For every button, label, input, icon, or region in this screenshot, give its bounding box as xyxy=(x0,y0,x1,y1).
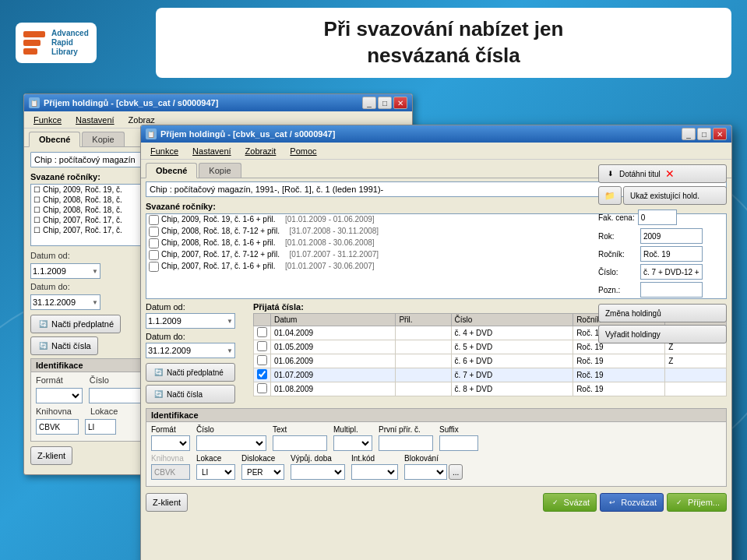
rok-input[interactable] xyxy=(640,228,703,244)
logo-stripe-3 xyxy=(23,48,37,55)
table-cislo-header: Číslo xyxy=(451,314,573,326)
row1-check[interactable] xyxy=(257,327,267,337)
window2-intkod-select[interactable] xyxy=(351,464,398,480)
window2-text-input[interactable] xyxy=(273,435,327,451)
window2-minimize-button[interactable]: _ xyxy=(682,128,696,140)
window2-menu-nastaveni[interactable]: Nastavení xyxy=(186,145,238,157)
table-pril-header: Přil. xyxy=(396,314,451,326)
window2-dotahni-button[interactable]: ⬇ Dotáhni titul ✕ xyxy=(598,164,727,183)
window2-tab-kopie[interactable]: Kopie xyxy=(199,163,241,178)
prvni-prir-label: První přír. č. xyxy=(379,425,433,434)
window1-format-select[interactable] xyxy=(36,388,83,403)
row4-check[interactable] xyxy=(257,369,267,379)
window2-format-select[interactable] xyxy=(151,435,190,451)
window2-blokovani-more-button[interactable]: ... xyxy=(449,464,463,480)
window2-zmena-holdingu-button[interactable]: Změna holdingů xyxy=(598,304,727,322)
table-datum-header: Datum xyxy=(271,314,396,326)
rocnik-rp-label: Ročník: xyxy=(598,250,637,259)
window1-knihovna-input[interactable] xyxy=(36,419,79,435)
window1-nacti-cisla-button[interactable]: 🔄 Načti čísla xyxy=(30,336,98,355)
svazane-check-1[interactable] xyxy=(149,215,159,225)
window2-menu-funkce[interactable]: Funkce xyxy=(144,145,185,157)
cislo-rp-input[interactable] xyxy=(640,264,703,280)
window2-datum-od-label: Datum od: xyxy=(146,302,247,312)
window2-nacti-predplatne-button[interactable]: 🔄 Načti předplatné xyxy=(146,363,235,382)
svazane-check-3[interactable] xyxy=(149,238,159,248)
cislo-label: Číslo xyxy=(196,425,266,434)
table-row[interactable]: 01.06.2009 č. 6 + DVD Roč. 19 Z xyxy=(254,354,727,368)
window1-lokace-input[interactable] xyxy=(85,419,116,435)
window1-tab-obecne[interactable]: Obecné xyxy=(29,132,80,147)
window2-menu-pomoc[interactable]: Pomoc xyxy=(284,145,322,157)
refresh-icon: 🔄 xyxy=(153,367,164,378)
window1-menu-nastaveni[interactable]: Nastavení xyxy=(69,114,121,126)
logo-stripes xyxy=(23,31,45,55)
window1-minimize-button[interactable]: _ xyxy=(362,97,376,109)
window1-z-klient-button[interactable]: Z-klient xyxy=(30,446,72,465)
window2-blokovani-select[interactable] xyxy=(404,464,447,480)
row5-check[interactable] xyxy=(257,383,267,393)
window2-z-klient-button[interactable]: Z-klient xyxy=(146,493,188,512)
row2-check[interactable] xyxy=(257,341,267,351)
refresh-icon: 🔄 xyxy=(37,340,48,351)
window2-folder-button[interactable]: 📁 xyxy=(598,186,622,205)
main-content: 📋 Příjem holdingů - [cbvk_us_cat / s0000… xyxy=(16,86,731,544)
window1-maximize-button[interactable]: □ xyxy=(378,97,392,109)
window1-nacti-predplatne-button[interactable]: 🔄 Načti předplatné xyxy=(30,315,121,333)
window2-ukaz-hold-button[interactable]: Ukaž existující hold. xyxy=(623,186,727,205)
window2-tab-obecne[interactable]: Obecné xyxy=(146,163,197,178)
window2-multipl-select[interactable] xyxy=(333,435,372,451)
row3-check[interactable] xyxy=(257,355,267,365)
logo-text: Advanced Rapid Library xyxy=(51,29,89,57)
window2-svazat-button[interactable]: ✓ Svázat xyxy=(543,493,597,512)
main-title: Při svazování nabízet jen nesvázaná čísl… xyxy=(324,16,564,69)
window2-maximize-button[interactable]: □ xyxy=(697,128,711,140)
pozn-input[interactable] xyxy=(640,282,703,298)
window2-titlebar: 📋 Příjem holdingů - [cbvk_us_cat / s0000… xyxy=(141,125,731,143)
window2-intkod-label: Int.kód xyxy=(351,454,398,463)
window2-ident-header: Identifikace xyxy=(146,409,726,422)
table-row[interactable]: 01.08.2009 č. 8 + DVD Roč. 19 xyxy=(254,382,727,396)
window1-datum-do-dropdown[interactable]: 31.12.2009 ▼ xyxy=(30,294,100,310)
pozn-label: Pozn.: xyxy=(598,286,637,294)
unlink-icon: ↩ xyxy=(607,497,618,508)
svazane-check-2[interactable] xyxy=(149,227,159,237)
svazane-check-5[interactable] xyxy=(149,262,159,272)
fak-cena-input[interactable] xyxy=(638,210,677,225)
window2-prijem-button[interactable]: ✓ Příjem... xyxy=(667,493,727,512)
check-icon: ✓ xyxy=(674,497,685,508)
logo-box: Advanced Rapid Library xyxy=(16,23,97,63)
window1-icon: 📋 xyxy=(29,97,40,108)
window2-datum-od-dropdown[interactable]: 1.1.2009 ▼ xyxy=(146,313,235,329)
window2-vypuj-label: Výpůj. doba xyxy=(291,454,345,463)
window1-menu-funkce[interactable]: Funkce xyxy=(27,114,68,126)
window1-datum-od-label: Datum od: xyxy=(30,251,70,260)
window2-dislokace-label: Dislokace xyxy=(241,454,284,463)
check-icon: ✓ xyxy=(550,497,561,508)
window2-suffix-input[interactable] xyxy=(439,435,478,451)
window2-lokace-label: Lokace xyxy=(196,454,235,463)
download-icon: ⬇ xyxy=(605,168,616,179)
window2-rozsvazat-button[interactable]: ↩ Rozvázat xyxy=(600,493,664,512)
window1-titlebar: 📋 Příjem holdingů - [cbvk_us_cat / s0000… xyxy=(24,94,412,111)
window1-close-button[interactable]: ✕ xyxy=(393,97,407,109)
rok-label: Rok: xyxy=(598,232,637,241)
suffix-label: Suffix xyxy=(439,425,478,434)
window2-dislokace-select[interactable]: PER xyxy=(241,464,284,480)
window2-vyradit-holdingy-button[interactable]: Vyřadit holdingy xyxy=(598,325,727,343)
window2-cislo-select[interactable] xyxy=(196,435,266,451)
window2-lokace-select[interactable]: LI xyxy=(196,464,235,480)
window2-nacti-cisla-button[interactable]: 🔄 Načti čísla xyxy=(146,385,235,403)
window2-close-button[interactable]: ✕ xyxy=(713,128,727,140)
window1-datum-od-dropdown[interactable]: 1.1.2009 ▼ xyxy=(30,263,100,279)
logo-stripe-2 xyxy=(23,40,41,46)
table-row[interactable]: 01.07.2009 č. 7 + DVD Roč. 19 xyxy=(254,368,727,382)
window2-vypuj-select[interactable] xyxy=(291,464,345,480)
window2-menu-zobrazit[interactable]: Zobrazit xyxy=(239,145,283,157)
svazane-check-4[interactable] xyxy=(149,250,159,260)
window2-datum-do-dropdown[interactable]: 31.12.2009 ▼ xyxy=(146,343,235,358)
window2-datum-do-label: Datum do: xyxy=(146,332,247,341)
window1-tab-kopie[interactable]: Kopie xyxy=(82,132,124,146)
window2-prvni-prir-input[interactable] xyxy=(379,435,433,451)
rocnik-input[interactable] xyxy=(640,246,703,262)
